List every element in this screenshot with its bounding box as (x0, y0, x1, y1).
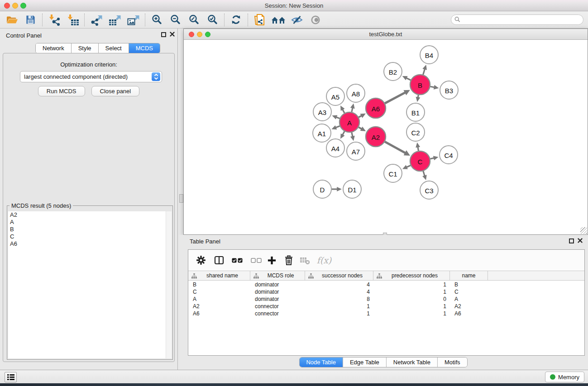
graph-edge-B-B4[interactable] (423, 68, 425, 75)
window-resize-handle[interactable] (580, 227, 587, 234)
show-graphics-button[interactable] (306, 12, 325, 28)
criterion-dropdown[interactable]: largest connected component (directed) (20, 71, 162, 82)
column-header-name[interactable]: name (450, 271, 488, 280)
network-canvas[interactable]: B4B2BB3A8A5A6B1A3AC2A1A2A4A7CC4C1C3DD1 (184, 40, 588, 234)
import-network-button[interactable] (45, 12, 63, 28)
table-tab-motifs[interactable]: Motifs (438, 357, 467, 367)
column-header-label: successor nodes (322, 272, 363, 279)
memory-button[interactable]: Memory (545, 372, 584, 382)
graph-node-label: A2 (372, 133, 380, 141)
table-cell[interactable]: 8 (305, 295, 373, 303)
close-table-panel-icon[interactable] (578, 238, 583, 243)
clone-network-button[interactable] (250, 12, 269, 28)
home-panels-button[interactable] (269, 12, 287, 28)
table-settings-button[interactable] (194, 253, 208, 267)
column-view-button[interactable] (212, 253, 226, 267)
select-all-button[interactable] (230, 253, 244, 267)
graph-node-label: C2 (411, 129, 420, 137)
table-cell[interactable]: 1 (373, 281, 450, 288)
float-table-panel-icon[interactable] (569, 238, 574, 243)
graph-node-label: C1 (388, 170, 397, 178)
network-graph[interactable]: B4B2BB3A8A5A6B1A3AC2A1A2A4A7CC4C1C3DD1 (184, 40, 588, 234)
table-cell[interactable]: B (450, 281, 488, 288)
tab-network[interactable]: Network (36, 43, 72, 53)
table-cell[interactable]: 0 (373, 295, 450, 303)
table-cell[interactable]: A (188, 295, 250, 303)
table-cell[interactable]: connector (250, 310, 305, 317)
run-mcds-button[interactable]: Run MCDS (38, 86, 85, 96)
table-tab-network-table[interactable]: Network Table (387, 357, 438, 367)
table-cell[interactable]: 1 (373, 303, 450, 310)
zoom-in-button[interactable] (148, 12, 166, 28)
float-panel-icon[interactable] (161, 32, 166, 37)
task-history-button[interactable] (5, 372, 17, 382)
table-row[interactable]: Cdominator41C (188, 288, 584, 295)
search-input[interactable] (451, 14, 583, 25)
mcds-result-item[interactable]: A2 (8, 211, 166, 219)
export-image-button[interactable] (124, 12, 143, 28)
table-row[interactable]: A2connector11A2 (188, 303, 584, 310)
table-cell[interactable]: 1 (373, 288, 450, 295)
result-scrollbar[interactable] (166, 211, 172, 358)
graph-edge-A2-C[interactable] (385, 142, 406, 153)
column-type-icon (253, 273, 259, 279)
mcds-result-item[interactable]: A (8, 219, 166, 226)
export-table-button[interactable] (105, 12, 124, 28)
graph-edge-A6-B[interactable] (385, 92, 406, 103)
table-cell[interactable]: dominator (250, 281, 305, 288)
column-header-predecessor-nodes[interactable]: predecessor nodes (373, 271, 450, 280)
table-cell[interactable]: dominator (250, 295, 305, 303)
table-cell[interactable]: A2 (188, 303, 250, 310)
criterion-dropdown-value: largest connected component (directed) (24, 73, 128, 80)
network-window-titlebar[interactable]: testGlobe.txt (184, 29, 588, 40)
open-session-button[interactable] (3, 12, 21, 28)
column-header-shared-name[interactable]: shared name (188, 271, 250, 280)
table-cell[interactable]: A (450, 295, 488, 303)
memory-button-label: Memory (558, 374, 579, 381)
table-cell[interactable]: 1 (373, 310, 450, 317)
table-cell[interactable]: A6 (188, 310, 250, 317)
zoom-selected-button[interactable] (203, 12, 222, 28)
table-cell[interactable]: C (188, 288, 250, 295)
graph-node-label: B1 (411, 109, 420, 117)
table-cell[interactable]: 1 (305, 303, 373, 310)
column-header-successor-nodes[interactable]: successor nodes (305, 271, 373, 280)
import-table-icon (67, 14, 79, 26)
save-session-button[interactable] (21, 12, 40, 28)
refresh-layout-button[interactable] (227, 12, 245, 28)
graph-node-label: C3 (425, 187, 433, 195)
deselect-all-button[interactable] (249, 253, 263, 267)
table-cell[interactable]: connector (250, 303, 305, 310)
table-tab-node-table[interactable]: Node Table (299, 357, 343, 367)
table-tab-edge-table[interactable]: Edge Table (343, 357, 387, 367)
panel-divider-grip[interactable] (179, 194, 183, 203)
table-row[interactable]: A6connector11A6 (188, 310, 584, 317)
table-cell[interactable]: 4 (305, 281, 373, 288)
column-header-MCDS-role[interactable]: MCDS role (250, 271, 305, 280)
delete-column-button[interactable] (282, 253, 296, 267)
table-row[interactable]: Bdominator41B (188, 281, 584, 288)
table-cell[interactable]: 4 (305, 288, 373, 295)
table-cell[interactable]: A6 (450, 310, 488, 317)
tab-mcds[interactable]: MCDS (129, 43, 160, 53)
toolbar-separator (248, 14, 248, 26)
export-network-button[interactable] (87, 12, 105, 28)
zoom-fit-button[interactable] (185, 12, 203, 28)
close-panel-button[interactable]: Close panel (91, 86, 140, 96)
tab-style[interactable]: Style (72, 43, 99, 53)
close-panel-icon[interactable] (170, 32, 175, 37)
table-cell[interactable]: dominator (250, 288, 305, 295)
add-column-button[interactable] (265, 253, 278, 267)
mcds-result-item[interactable]: A6 (8, 240, 166, 248)
table-cell[interactable]: 1 (305, 310, 373, 317)
table-row[interactable]: Adominator80A (188, 295, 584, 303)
hide-graphics-button[interactable] (287, 12, 306, 28)
import-table-button[interactable] (63, 12, 82, 28)
table-cell[interactable]: C (450, 288, 488, 295)
mcds-result-item[interactable]: B (8, 226, 166, 233)
table-cell[interactable]: B (188, 281, 250, 288)
mcds-result-item[interactable]: C (8, 233, 166, 240)
zoom-out-button[interactable] (166, 12, 185, 28)
table-cell[interactable]: A2 (450, 303, 488, 310)
tab-select[interactable]: Select (99, 43, 129, 53)
